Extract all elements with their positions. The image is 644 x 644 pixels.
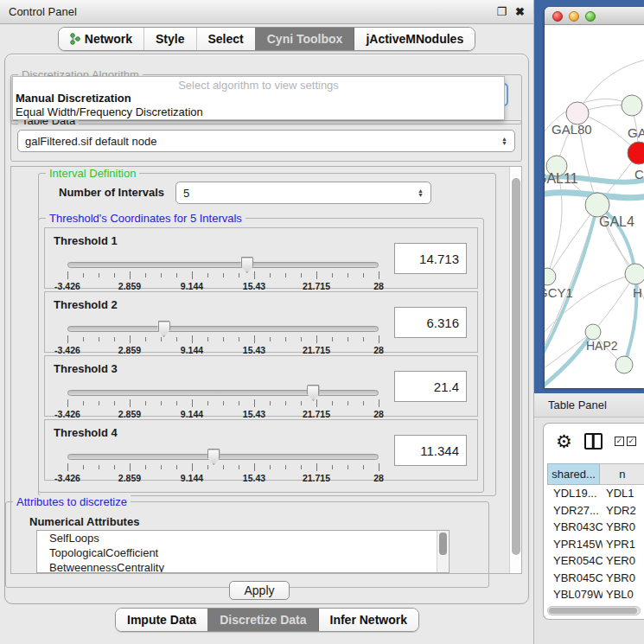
table-row[interactable]: YBR045CYBR0	[547, 570, 644, 587]
cell-shared-name[interactable]: YBL079W	[547, 588, 603, 601]
tab-select[interactable]: Select	[196, 28, 255, 50]
cell-shared-name[interactable]: YER054C	[547, 554, 603, 567]
apply-button[interactable]: Apply	[229, 581, 290, 600]
threshold-slider[interactable]: -3.4262.8599.14415.4321.71528	[67, 258, 379, 287]
threshold-box: Threshold 4 -3.4262.8599.14415.4321.7152…	[44, 419, 478, 481]
threshold-label: Threshold 2	[54, 298, 118, 311]
column-header-shared-name[interactable]: shared...	[547, 463, 600, 485]
tick-mark	[223, 465, 224, 469]
threshold-slider[interactable]: -3.4262.8599.14415.4321.71528	[67, 322, 379, 351]
table-rows: YDL19...YDL1YDR27...YDR2YBR043CYBR0YPR14…	[547, 485, 644, 620]
tick-label: 2.859	[118, 281, 141, 291]
attributes-scrollbar-thumb[interactable]	[439, 532, 447, 555]
attributes-scrollbar[interactable]	[437, 531, 448, 572]
tick-mark	[207, 401, 208, 405]
network-node[interactable]	[545, 268, 556, 285]
float-window-icon[interactable]: ❐	[496, 5, 507, 18]
table-horizontal-scrollbar[interactable]	[547, 606, 641, 615]
cell-shared-name[interactable]: YDL19...	[547, 487, 603, 500]
table-row[interactable]: YER054CYER0	[547, 552, 644, 570]
checkbox-icon[interactable]: ✓	[627, 437, 636, 446]
bottom-tab-impute-data[interactable]: Impute Data	[116, 609, 207, 631]
bottom-tab-infer-network[interactable]: Infer Network	[318, 609, 418, 631]
threshold-value-field[interactable]: 11.344	[394, 435, 467, 466]
tab-label: jActiveMNodules	[366, 32, 463, 46]
threshold-value-field[interactable]: 21.4	[394, 371, 467, 402]
number-of-intervals-spinner[interactable]: 5 ▲▼	[175, 182, 431, 204]
threshold-slider[interactable]: -3.4262.8599.14415.4321.71528	[67, 450, 379, 479]
dropdown-option-equal-width[interactable]: Equal Width/Frequency Discretization	[13, 105, 504, 119]
attribute-list-item[interactable]: TopologicalCoefficient	[37, 545, 449, 560]
cell-shared-name[interactable]: YDR27...	[547, 504, 603, 517]
table-row[interactable]: YDR27...YDR2	[547, 502, 644, 520]
tab-style[interactable]: Style	[143, 28, 195, 50]
dropdown-option-manual[interactable]: Manual Discretization	[13, 92, 504, 105]
cell-name[interactable]: YER0	[603, 554, 644, 567]
tick-mark	[192, 335, 193, 343]
network-node[interactable]	[625, 264, 644, 284]
tab-network[interactable]: Network	[59, 28, 143, 50]
tick-mark	[130, 271, 131, 279]
tab-cyni-toolbox[interactable]: Cyni Toolbox	[255, 28, 354, 50]
tick-mark	[301, 337, 302, 341]
threshold-value-field[interactable]: 6.316	[394, 307, 467, 338]
slider-track[interactable]	[67, 390, 379, 396]
tick-mark	[348, 337, 348, 341]
tick-mark	[285, 401, 286, 405]
settings-scrollbar[interactable]	[509, 167, 521, 573]
threshold-slider[interactable]: -3.4262.8599.14415.4321.71528	[67, 386, 379, 415]
network-canvas[interactable]: GAL80GACGAL11GAL4GCY1HHAP2	[545, 25, 644, 388]
top-tabset: NetworkStyleSelectCyni ToolboxjActiveMNo…	[58, 27, 475, 51]
minimize-traffic-light-icon[interactable]	[569, 11, 579, 22]
cell-shared-name[interactable]: YPR145W	[547, 538, 603, 551]
close-traffic-light-icon[interactable]	[552, 11, 563, 22]
column-header-name[interactable]: n	[600, 463, 644, 485]
bottom-tab-discretize-data[interactable]: Discretize Data	[207, 609, 317, 631]
cell-name[interactable]: YBR0	[603, 520, 644, 533]
cell-name[interactable]: YBR0	[603, 571, 644, 584]
number-of-intervals-label: Number of Intervals	[59, 186, 164, 199]
network-node[interactable]	[615, 356, 633, 373]
cell-name[interactable]: YDL1	[603, 487, 644, 500]
table-row[interactable]: YPR145WYPR1	[547, 536, 644, 553]
threshold-value-field[interactable]: 14.713	[394, 243, 467, 274]
zoom-traffic-light-icon[interactable]	[585, 11, 596, 22]
table-hscrollbar-thumb[interactable]	[549, 608, 637, 614]
network-node[interactable]	[585, 193, 609, 217]
numerical-attributes-list[interactable]: SelfLoopsTopologicalCoefficientBetweenne…	[36, 530, 450, 573]
close-icon[interactable]: ✖	[515, 5, 525, 18]
network-node[interactable]	[585, 324, 601, 340]
slider-track[interactable]	[67, 262, 379, 268]
cell-name[interactable]: YPR1	[603, 538, 644, 551]
cell-name[interactable]: YDR2	[603, 504, 644, 517]
cell-shared-name[interactable]: YBR045C	[547, 571, 603, 584]
spinner-arrows-icon[interactable]: ▲▼	[418, 188, 424, 197]
network-node-label: GAL80	[552, 122, 592, 137]
attribute-list-item[interactable]: SelfLoops	[37, 531, 449, 545]
table-row[interactable]: YDL19...YDL1	[547, 485, 644, 502]
cell-name[interactable]: YBL0	[603, 588, 644, 601]
tab-jactivemnodules[interactable]: jActiveMNodules	[354, 28, 475, 50]
tick-mark	[176, 401, 177, 405]
spinner-arrows-icon[interactable]: ▲▼	[501, 137, 507, 145]
table-data-combobox[interactable]: galFiltered.sif default node ▲▼	[17, 130, 515, 152]
gear-icon[interactable]: ⚙	[556, 432, 572, 450]
settings-scrollbar-thumb[interactable]	[512, 178, 520, 555]
network-node[interactable]	[622, 95, 642, 116]
bottom-tabset: Impute DataDiscretize DataInfer Network	[115, 608, 419, 632]
attribute-list-item[interactable]: BetweennessCentrality	[37, 560, 449, 573]
slider-track[interactable]	[67, 454, 379, 460]
table-row[interactable]: YBL079WYBL0	[547, 586, 644, 603]
network-node-label: GCY1	[545, 285, 573, 300]
split-pane-icon[interactable]	[584, 433, 603, 450]
table-panel-titlebar: Table Panel	[534, 393, 644, 418]
control-panel: Control Panel ❐ ✖ NetworkStyleSelectCyni…	[0, 0, 534, 644]
dropdown-placeholder-option[interactable]: Select algorithm to view settings	[13, 77, 504, 92]
tick-mark	[379, 335, 379, 343]
cell-shared-name[interactable]: YBR043C	[547, 520, 603, 533]
checkbox-icon[interactable]: ✓	[615, 437, 624, 446]
slider-track[interactable]	[67, 326, 379, 332]
table-row[interactable]: YBR043CYBR0	[547, 519, 644, 536]
network-icon	[70, 33, 80, 45]
threshold-label: Threshold 3	[54, 362, 118, 375]
